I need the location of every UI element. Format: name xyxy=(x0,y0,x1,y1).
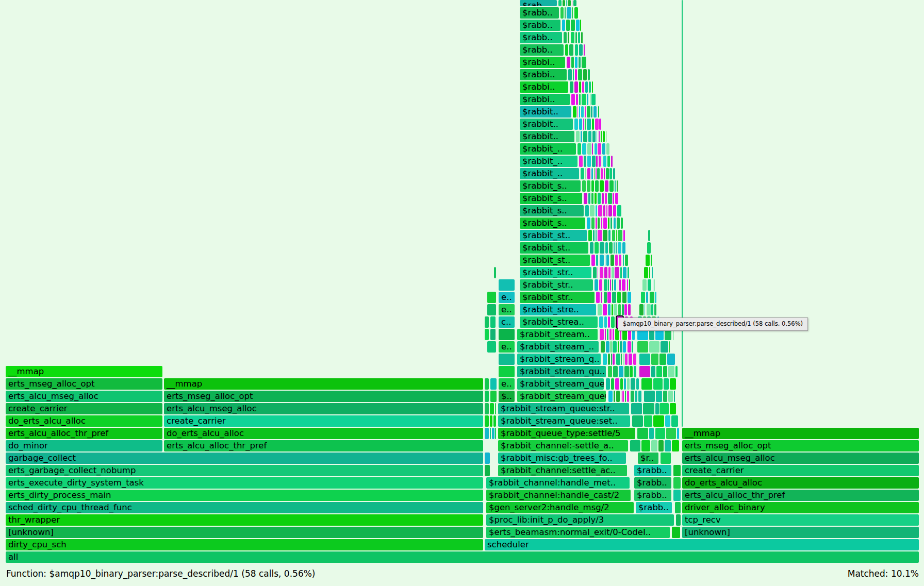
flame-sliver[interactable] xyxy=(585,168,586,179)
flame-sliver[interactable] xyxy=(644,391,655,402)
flame-sliver[interactable] xyxy=(499,279,515,291)
flame-sliver[interactable] xyxy=(611,316,615,328)
flame-sliver[interactable] xyxy=(620,267,622,278)
flame-sliver[interactable] xyxy=(616,242,617,254)
flame-frame[interactable]: $rabbit_st.. xyxy=(520,242,588,254)
flame-sliver[interactable] xyxy=(606,255,609,266)
flame-sliver[interactable] xyxy=(636,378,639,390)
flame-sliver[interactable] xyxy=(606,341,609,353)
flame-sliver[interactable] xyxy=(600,329,604,340)
flame-sliver[interactable] xyxy=(642,279,647,291)
flame-sliver[interactable] xyxy=(649,341,659,353)
flame-sliver[interactable] xyxy=(487,341,496,353)
flame-sliver[interactable] xyxy=(613,329,614,340)
flame-sliver[interactable] xyxy=(608,354,610,365)
flame-sliver[interactable] xyxy=(670,403,676,414)
flame-frame[interactable]: $rabb.. xyxy=(520,20,560,31)
flame-sliver[interactable] xyxy=(579,81,581,93)
flame-sliver[interactable] xyxy=(591,217,595,229)
flame-frame[interactable]: $rabb.. xyxy=(520,7,559,19)
flame-sliver[interactable] xyxy=(493,415,496,427)
flame-sliver[interactable] xyxy=(574,81,578,93)
flame-sliver[interactable] xyxy=(592,156,596,167)
flame-sliver[interactable] xyxy=(582,94,586,105)
flame-sliver[interactable] xyxy=(592,131,596,142)
flame-sliver[interactable] xyxy=(619,366,623,377)
flame-sliver[interactable] xyxy=(576,94,578,105)
flame-sliver[interactable] xyxy=(627,279,628,291)
flame-sliver[interactable] xyxy=(654,279,655,291)
flame-sliver[interactable] xyxy=(631,403,642,414)
flame-sliver[interactable] xyxy=(569,44,573,56)
flame-frame[interactable]: erts_alcu_alloc_thr_pref xyxy=(682,490,919,501)
flame-sliver[interactable] xyxy=(599,279,602,291)
flame-sliver[interactable] xyxy=(668,391,673,402)
flame-sliver[interactable] xyxy=(587,168,590,179)
flame-sliver[interactable] xyxy=(490,428,491,439)
flame-sliver[interactable] xyxy=(578,106,578,118)
flame-frame[interactable]: $rabbit_str.. xyxy=(520,292,595,303)
flame-sliver[interactable] xyxy=(595,242,599,254)
flame-sliver[interactable] xyxy=(608,304,610,315)
flame-sliver[interactable] xyxy=(568,0,571,6)
flame-sliver[interactable] xyxy=(490,378,497,390)
flame-frame[interactable]: $gen_server2:handle_msg/2 xyxy=(486,502,634,513)
flame-frame[interactable]: erts_alcu_mseg_alloc xyxy=(6,391,162,402)
flame-sliver[interactable] xyxy=(614,391,615,402)
flame-sliver[interactable] xyxy=(648,230,650,241)
flame-frame[interactable]: e.. xyxy=(499,304,515,315)
flame-sliver[interactable] xyxy=(611,156,613,167)
flame-sliver[interactable] xyxy=(596,230,597,241)
flame-frame[interactable]: __mmap xyxy=(682,428,919,439)
flame-sliver[interactable] xyxy=(663,366,667,377)
flame-frame[interactable]: erts_execute_dirty_system_task xyxy=(6,477,483,489)
flame-sliver[interactable] xyxy=(651,440,657,451)
flame-sliver[interactable] xyxy=(606,168,609,179)
flame-sliver[interactable] xyxy=(609,242,613,254)
flame-sliver[interactable] xyxy=(487,292,496,303)
flame-sliver[interactable] xyxy=(596,217,597,229)
flame-sliver[interactable] xyxy=(612,267,614,278)
flame-sliver[interactable] xyxy=(608,366,612,377)
flame-sliver[interactable] xyxy=(566,20,570,31)
flame-frame[interactable]: do_erts_alcu_alloc xyxy=(164,428,483,439)
flame-sliver[interactable] xyxy=(632,415,643,427)
flame-sliver[interactable] xyxy=(664,378,669,390)
flame-sliver[interactable] xyxy=(653,279,653,291)
flame-sliver[interactable] xyxy=(623,354,624,365)
flame-sliver[interactable] xyxy=(590,242,593,254)
flame-sliver[interactable] xyxy=(590,94,590,105)
flame-sliver[interactable] xyxy=(620,378,623,390)
flame-sliver[interactable] xyxy=(639,354,650,365)
flame-sliver[interactable] xyxy=(592,143,593,155)
flame-sliver[interactable] xyxy=(587,94,588,105)
flame-frame[interactable]: $rabbit.. xyxy=(520,131,574,142)
flame-frame[interactable]: $rabbit_stream_q.. xyxy=(517,354,601,365)
flame-sliver[interactable] xyxy=(605,193,607,204)
flame-sliver[interactable] xyxy=(583,69,587,80)
flame-sliver[interactable] xyxy=(598,217,600,229)
flame-sliver[interactable] xyxy=(651,366,655,377)
flame-sliver[interactable] xyxy=(581,168,584,179)
flame-sliver[interactable] xyxy=(600,255,604,266)
flame-sliver[interactable] xyxy=(599,156,601,167)
flame-sliver[interactable] xyxy=(615,267,619,278)
flame-frame[interactable]: $rabbit.. xyxy=(520,106,571,118)
flame-sliver[interactable] xyxy=(595,180,599,192)
flame-sliver[interactable] xyxy=(597,168,600,179)
flame-sliver[interactable] xyxy=(587,217,590,229)
flame-sliver[interactable] xyxy=(651,304,653,315)
flame-sliver[interactable] xyxy=(669,341,670,353)
flame-sliver[interactable] xyxy=(604,168,605,179)
flame-sliver[interactable] xyxy=(614,304,617,315)
flame-sliver[interactable] xyxy=(603,156,606,167)
flame-sliver[interactable] xyxy=(673,465,681,476)
flame-frame[interactable]: $rabbit_stream.. xyxy=(517,329,598,340)
flame-frame[interactable]: $rabbit_stream_queue.. xyxy=(517,391,606,402)
flame-frame[interactable]: erts_alcu_mseg_alloc xyxy=(164,403,483,414)
flame-sliver[interactable] xyxy=(588,230,592,241)
flame-frame[interactable]: scheduler xyxy=(485,539,919,550)
flame-sliver[interactable] xyxy=(579,57,581,68)
flame-sliver[interactable] xyxy=(568,69,572,80)
flame-sliver[interactable] xyxy=(651,354,658,365)
